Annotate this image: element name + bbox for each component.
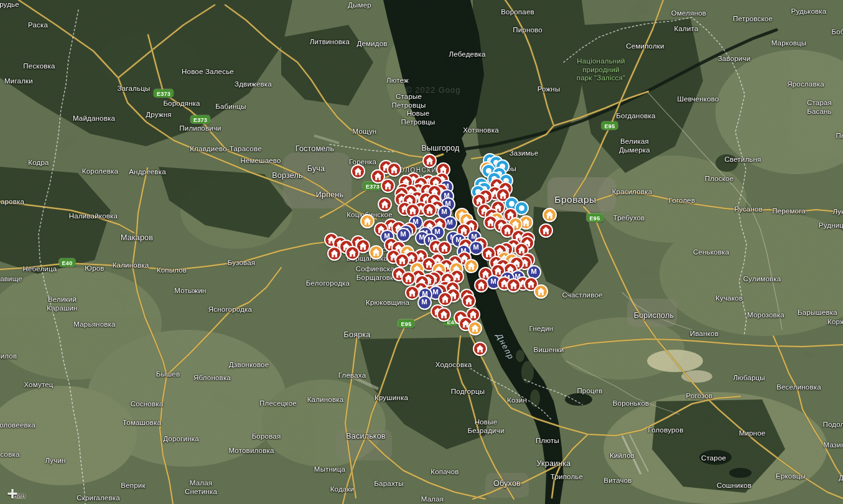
house-icon <box>477 281 485 289</box>
house-icon <box>499 191 507 199</box>
house-icon <box>381 200 389 208</box>
house-icon <box>522 218 530 226</box>
house-icon <box>487 218 495 226</box>
house-icon <box>440 244 449 252</box>
house-icon <box>404 274 412 282</box>
marker-metro[interactable]: М <box>396 228 411 242</box>
marker-house-red[interactable] <box>422 203 437 217</box>
house-icon <box>440 310 448 319</box>
house-icon <box>503 226 511 235</box>
metro-icon: М <box>473 244 479 251</box>
house-icon <box>384 182 392 190</box>
house-icon <box>354 167 362 175</box>
marker-house-red[interactable] <box>405 286 419 300</box>
house-icon <box>467 262 475 270</box>
house-icon <box>469 310 477 319</box>
marker-house-orange[interactable] <box>369 245 383 259</box>
zoom-in-button[interactable]: + <box>4 483 21 504</box>
marker-house-red[interactable] <box>462 294 476 308</box>
marker-house-red[interactable] <box>351 164 365 179</box>
marker-house-red[interactable] <box>473 342 487 356</box>
marker-house-red[interactable] <box>378 197 392 212</box>
house-icon <box>426 157 434 165</box>
marker-house-red[interactable] <box>438 292 452 306</box>
marker-house-red[interactable] <box>506 278 521 292</box>
house-icon <box>330 250 338 258</box>
dot-icon <box>519 205 524 211</box>
marker-house-orange[interactable] <box>464 259 478 273</box>
metro-icon: М <box>447 219 453 226</box>
marker-house-red[interactable] <box>327 246 342 261</box>
house-icon <box>485 250 493 258</box>
house-icon <box>408 289 416 297</box>
marker-house-red[interactable] <box>437 241 452 255</box>
house-icon <box>390 166 398 174</box>
marker-house-red[interactable] <box>345 246 360 260</box>
marker-house-red[interactable] <box>387 162 401 177</box>
marker-house-red[interactable] <box>539 223 553 238</box>
house-icon <box>546 211 554 219</box>
marker-house-orange[interactable] <box>468 321 482 335</box>
marker-house-red[interactable] <box>381 179 395 193</box>
house-icon <box>359 242 367 250</box>
metro-icon: М <box>441 208 447 216</box>
metro-icon: М <box>531 268 537 276</box>
house-icon <box>372 248 380 256</box>
house-icon <box>494 267 502 275</box>
house-icon <box>542 226 550 235</box>
map-canvas[interactable]: рудьеРаскаПесковкаМигалкиНовое ЗалесьеЗд… <box>0 0 843 504</box>
house-icon <box>425 260 433 268</box>
house-icon <box>409 207 417 215</box>
house-icon <box>471 324 479 332</box>
marker-house-red[interactable] <box>395 253 409 268</box>
house-icon <box>374 172 382 180</box>
house-icon <box>398 256 406 264</box>
marker-house-red[interactable] <box>401 271 416 286</box>
metro-icon: М <box>400 231 406 238</box>
marker-house-red[interactable] <box>437 307 451 322</box>
marker-house-red[interactable] <box>474 278 488 292</box>
marker-house-orange[interactable] <box>360 214 375 228</box>
marker-house-red[interactable] <box>422 154 437 168</box>
map-attribution: © 2022 Goog <box>406 85 461 95</box>
house-icon <box>363 217 371 225</box>
house-icon <box>510 281 518 289</box>
marker-house-orange[interactable] <box>534 284 548 299</box>
metro-icon: М <box>421 299 427 306</box>
house-icon <box>441 295 449 303</box>
house-icon <box>465 297 473 305</box>
metro-icon: М <box>432 289 439 296</box>
marker-house-orange[interactable] <box>543 208 557 222</box>
house-icon <box>476 345 484 353</box>
house-icon <box>348 249 356 257</box>
dot-icon <box>509 201 515 207</box>
marker-metro[interactable]: М <box>417 296 432 310</box>
house-icon <box>537 287 545 296</box>
metro-icon: М <box>490 278 496 286</box>
house-icon <box>518 246 526 254</box>
house-icon <box>426 206 434 214</box>
house-icon <box>527 280 535 288</box>
